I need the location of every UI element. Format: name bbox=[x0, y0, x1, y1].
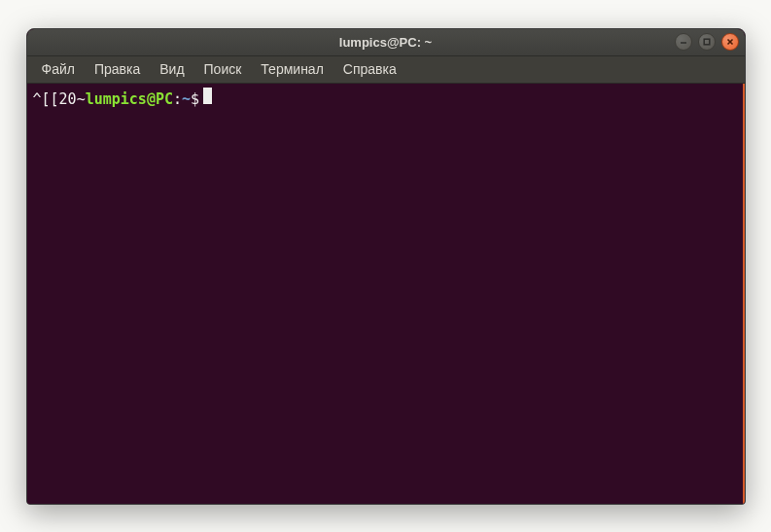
prompt-separator: : bbox=[173, 89, 182, 109]
close-button[interactable] bbox=[721, 33, 739, 51]
prompt-path: ~ bbox=[182, 89, 191, 109]
maximize-icon bbox=[702, 37, 712, 47]
window-controls bbox=[675, 33, 739, 51]
minimize-button[interactable] bbox=[675, 33, 692, 51]
menu-terminal[interactable]: Терминал bbox=[252, 58, 332, 80]
menu-search[interactable]: Поиск bbox=[195, 58, 251, 80]
menu-view[interactable]: Вид bbox=[151, 58, 193, 80]
terminal-body[interactable]: ^[[20~ lumpics@PC : ~ $ bbox=[27, 84, 745, 504]
cursor-icon bbox=[203, 88, 212, 104]
prompt-user-host: lumpics@PC bbox=[86, 89, 173, 109]
menubar: Файл Правка Вид Поиск Терминал Справка bbox=[27, 56, 745, 84]
menu-file[interactable]: Файл bbox=[33, 58, 84, 80]
terminal-window: lumpics@PC: ~ Файл Правка Вид bbox=[26, 28, 746, 505]
titlebar[interactable]: lumpics@PC: ~ bbox=[27, 29, 745, 56]
escape-sequence: ^[[20~ bbox=[33, 89, 86, 109]
window-title: lumpics@PC: ~ bbox=[27, 35, 745, 50]
minimize-icon bbox=[679, 37, 688, 47]
menu-help[interactable]: Справка bbox=[334, 58, 405, 80]
prompt-line: ^[[20~ lumpics@PC : ~ $ bbox=[33, 88, 737, 109]
maximize-button[interactable] bbox=[698, 33, 716, 51]
svg-rect-1 bbox=[704, 39, 710, 45]
menu-edit[interactable]: Правка bbox=[86, 58, 149, 80]
close-icon bbox=[725, 37, 735, 47]
prompt-symbol: $ bbox=[191, 89, 199, 109]
